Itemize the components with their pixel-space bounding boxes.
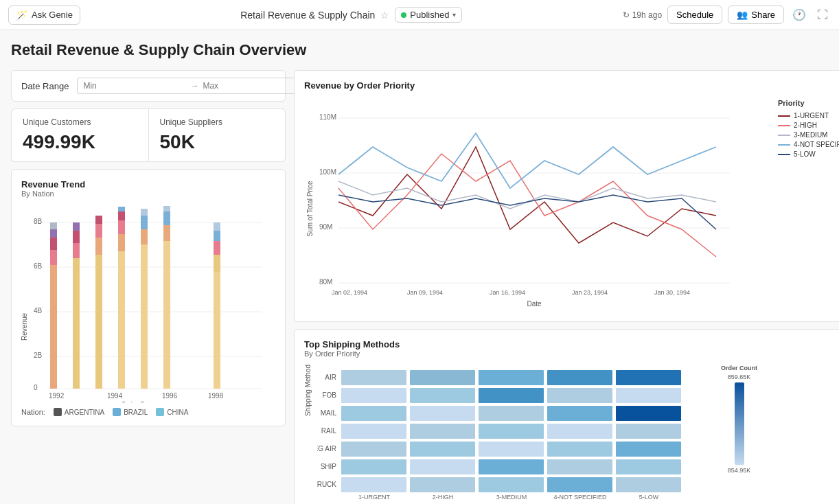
svg-rect-79: [341, 406, 406, 421]
china-color: [156, 408, 164, 416]
svg-rect-12: [50, 250, 57, 265]
published-badge[interactable]: Published ▾: [395, 7, 462, 23]
urgent-line: [778, 115, 790, 117]
svg-rect-19: [73, 222, 80, 231]
svg-text:2-HIGH: 2-HIGH: [433, 494, 454, 501]
svg-rect-26: [118, 220, 125, 234]
medium-line: [778, 135, 790, 136]
svg-text:110M: 110M: [319, 113, 336, 121]
svg-rect-20: [95, 255, 102, 389]
svg-rect-93: [616, 442, 681, 457]
heatmap-svg: AIR FOB MAIL RAIL REG AIR SHIP TRUCK: [317, 365, 715, 502]
svg-text:90M: 90M: [319, 223, 332, 231]
svg-rect-29: [141, 244, 148, 389]
svg-text:8B: 8B: [34, 218, 43, 225]
svg-rect-100: [410, 477, 475, 492]
revenue-trend-title: Revenue Trend: [21, 179, 275, 190]
svg-rect-40: [214, 231, 220, 241]
svg-text:TRUCK: TRUCK: [317, 481, 336, 488]
svg-rect-35: [163, 211, 170, 225]
svg-rect-84: [341, 424, 406, 439]
not-specified-label: 4-NOT SPECIFIED: [794, 141, 839, 148]
svg-text:4-NOT SPECIFIED: 4-NOT SPECIFIED: [554, 494, 607, 501]
heatmap-y-axis-title: Shipping Method: [304, 365, 312, 430]
legend-brazil: BRAZIL: [113, 408, 148, 416]
svg-rect-77: [547, 388, 612, 403]
dashboard-title: Retail Revenue & Supply Chain: [240, 10, 375, 21]
color-scale-gradient: [735, 382, 744, 465]
line-chart-body: Sum of Total Price 110M 100M 90M 80M: [304, 92, 839, 312]
topbar: 🪄 Ask Genie Retail Revenue & Supply Chai…: [0, 0, 839, 30]
svg-rect-102: [547, 477, 612, 492]
svg-rect-70: [410, 370, 475, 385]
svg-rect-101: [479, 477, 544, 492]
heatmap-title: Top Shipping Methods: [304, 339, 839, 350]
schedule-button[interactable]: Schedule: [667, 5, 722, 24]
date-range-card: Date Range → 📅: [11, 70, 286, 102]
svg-rect-85: [410, 424, 475, 439]
page-title: Retail Revenue & Supply Chain Overview: [11, 41, 828, 59]
kpi-row: Unique Customers 499.99K Unique Supplier…: [11, 108, 286, 162]
brazil-label: BRAZIL: [124, 409, 148, 416]
svg-rect-27: [118, 211, 125, 220]
schedule-label: Schedule: [676, 10, 713, 20]
date-max-input[interactable]: [203, 81, 306, 91]
chevron-down-icon: ▾: [452, 11, 456, 19]
svg-text:3-MEDIUM: 3-MEDIUM: [496, 494, 527, 501]
fullscreen-icon[interactable]: ⛶: [814, 6, 831, 24]
svg-rect-15: [50, 222, 57, 229]
revenue-trend-chart: 8B 6B 4B 2B 0 Revenue: [21, 203, 268, 402]
topbar-right: ↻ 19h ago Schedule 👥 Share 🕐 ⛶: [623, 5, 831, 24]
svg-text:6B: 6B: [34, 262, 43, 270]
medium-label: 3-MEDIUM: [794, 131, 827, 139]
svg-rect-17: [73, 243, 80, 258]
share-icon: 👥: [737, 10, 748, 20]
line-chart-card: Revenue by Order Priority Sum of Total P…: [294, 70, 839, 322]
svg-text:80M: 80M: [319, 278, 332, 286]
svg-rect-91: [479, 442, 544, 457]
share-button[interactable]: 👥 Share: [728, 5, 784, 24]
svg-rect-83: [616, 406, 681, 421]
argentina-label: ARGENTINA: [65, 409, 104, 416]
high-line: [778, 125, 790, 126]
svg-rect-33: [163, 241, 170, 389]
svg-rect-18: [73, 231, 80, 243]
legend-5-low: 5-LOW: [778, 150, 839, 158]
svg-rect-21: [95, 238, 102, 255]
svg-rect-16: [73, 258, 80, 389]
date-range-inputs[interactable]: →: [77, 78, 312, 94]
unique-suppliers-card: Unique Suppliers 50K: [148, 108, 286, 162]
svg-rect-32: [141, 209, 148, 216]
history-icon[interactable]: 🕐: [790, 5, 809, 24]
legend-argentina: ARGENTINA: [54, 408, 104, 416]
svg-rect-28: [118, 207, 125, 211]
kpi-customers-value: 499.99K: [23, 131, 137, 153]
low-line: [778, 154, 790, 155]
date-arrow-icon: →: [190, 81, 198, 91]
svg-rect-88: [616, 424, 681, 439]
svg-text:100M: 100M: [319, 168, 336, 176]
line-chart-svg: Sum of Total Price 110M 100M 90M 80M: [304, 92, 771, 312]
svg-rect-73: [616, 370, 681, 385]
svg-text:SHIP: SHIP: [321, 463, 337, 470]
svg-rect-90: [410, 442, 475, 457]
svg-rect-13: [50, 238, 57, 250]
svg-rect-37: [214, 272, 220, 389]
china-label: CHINA: [167, 409, 188, 416]
svg-text:Jan 16, 1994: Jan 16, 1994: [490, 289, 525, 296]
kpi-customers-label: Unique Customers: [23, 117, 137, 127]
color-scale-min: 854.95K: [728, 467, 751, 474]
revenue-trend-subtitle: By Nation: [21, 190, 275, 198]
date-min-input[interactable]: [83, 81, 186, 91]
not-specified-line: [778, 144, 790, 146]
svg-rect-97: [547, 459, 612, 474]
svg-text:1996: 1996: [162, 392, 178, 400]
star-icon[interactable]: ☆: [380, 10, 389, 21]
svg-text:MAIL: MAIL: [321, 409, 337, 417]
content-row: Date Range → 📅 Unique Customers 499.99K …: [11, 70, 828, 504]
svg-rect-96: [479, 459, 544, 474]
heatmap-body: Shipping Method AIR FOB MAIL RAIL REG AI…: [304, 365, 839, 502]
ask-genie-button[interactable]: 🪄 Ask Genie: [8, 5, 80, 25]
nation-legend-label: Nation:: [21, 408, 45, 416]
urgent-label: 1-URGENT: [794, 112, 829, 119]
